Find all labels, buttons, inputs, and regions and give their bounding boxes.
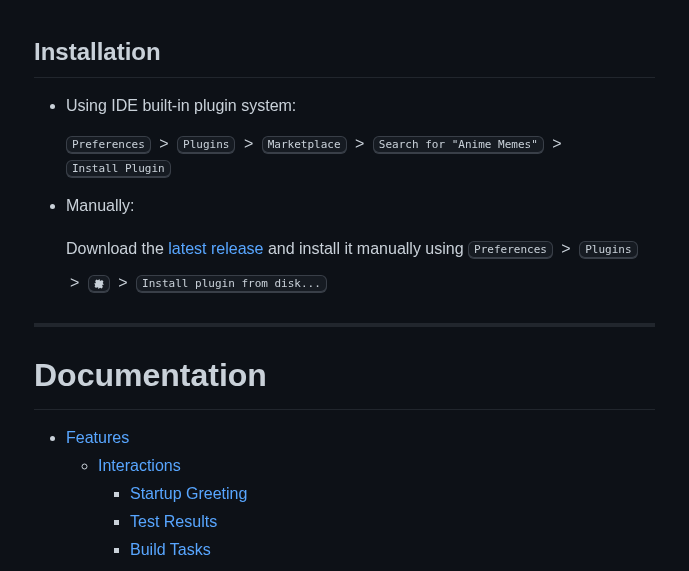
interactions-link[interactable]: Interactions bbox=[98, 457, 181, 474]
kbd-plugins: Plugins bbox=[579, 241, 637, 259]
kbd-install-plugin: Install Plugin bbox=[66, 160, 171, 178]
separator: > bbox=[355, 135, 364, 152]
gear-icon bbox=[94, 279, 104, 289]
kbd-marketplace: Marketplace bbox=[262, 136, 347, 154]
separator: > bbox=[552, 135, 561, 152]
section-divider bbox=[34, 323, 655, 327]
separator: > bbox=[118, 274, 127, 291]
startup-greeting-link[interactable]: Startup Greeting bbox=[130, 485, 247, 502]
separator: > bbox=[70, 274, 79, 291]
manual-text-suffix: and install it manually using bbox=[263, 240, 468, 257]
install-manual-steps: Download the latest release and install … bbox=[66, 232, 655, 299]
manual-text-prefix: Download the bbox=[66, 240, 168, 257]
features-link[interactable]: Features bbox=[66, 429, 129, 446]
doc-item-features: Features Interactions Startup Greeting T… bbox=[66, 426, 655, 571]
install-ide-steps: Preferences > Plugins > Marketplace > Se… bbox=[66, 132, 655, 180]
install-method-manual-label: Manually: bbox=[66, 194, 655, 218]
latest-release-link[interactable]: latest release bbox=[168, 240, 263, 257]
separator: > bbox=[244, 135, 253, 152]
doc-item-interactions: Interactions Startup Greeting Test Resul… bbox=[98, 454, 655, 571]
doc-item-startup-greeting: Startup Greeting bbox=[130, 482, 655, 506]
test-results-link[interactable]: Test Results bbox=[130, 513, 217, 530]
kbd-search: Search for "Anime Memes" bbox=[373, 136, 544, 154]
documentation-heading: Documentation bbox=[34, 351, 655, 410]
separator: > bbox=[561, 240, 570, 257]
doc-item-waiting: Waiting bbox=[130, 566, 655, 571]
install-method-ide-label: Using IDE built-in plugin system: bbox=[66, 94, 655, 118]
install-method-manual: Manually: Download the latest release an… bbox=[66, 194, 655, 299]
kbd-plugins: Plugins bbox=[177, 136, 235, 154]
kbd-install-from-disk: Install plugin from disk... bbox=[136, 275, 327, 293]
kbd-gear bbox=[88, 275, 110, 293]
install-method-ide: Using IDE built-in plugin system: Prefer… bbox=[66, 94, 655, 180]
kbd-preferences: Preferences bbox=[66, 136, 151, 154]
build-tasks-link[interactable]: Build Tasks bbox=[130, 541, 211, 558]
installation-heading: Installation bbox=[34, 34, 655, 78]
doc-item-test-results: Test Results bbox=[130, 510, 655, 534]
kbd-preferences: Preferences bbox=[468, 241, 553, 259]
doc-item-build-tasks: Build Tasks bbox=[130, 538, 655, 562]
separator: > bbox=[159, 135, 168, 152]
